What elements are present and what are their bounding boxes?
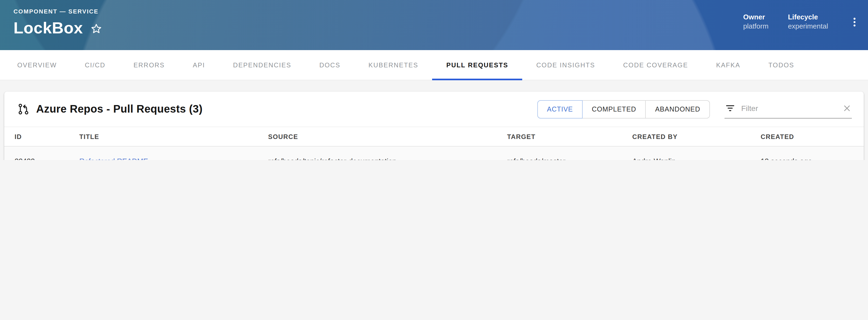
column-header-created-by: CREATED BY <box>632 133 761 140</box>
cell-title: Refactored README <box>79 157 268 160</box>
table-row: 22422Refactored READMErefs/heads/topic/r… <box>4 146 864 160</box>
pull-request-link[interactable]: Refactored README <box>79 157 148 160</box>
tab-docs[interactable]: DOCS <box>305 50 354 80</box>
tab-errors[interactable]: ERRORS <box>120 50 179 80</box>
column-header-title: TITLE <box>79 133 268 140</box>
tab-overview[interactable]: OVERVIEW <box>3 50 71 80</box>
cell-source: refs/heads/topic/refactor-documentation <box>268 157 507 160</box>
cell-target: refs/heads/master <box>507 157 632 160</box>
meta-owner: Ownerplatform <box>743 13 769 31</box>
table-header: IDTITLESOURCETARGETCREATED BYCREATED <box>4 127 864 146</box>
content-area: Azure Repos - Pull Requests (3) ACTIVECO… <box>0 80 868 160</box>
filter-field <box>724 100 852 118</box>
cell-created: 13 seconds ago <box>761 157 864 160</box>
column-header-target: TARGET <box>507 133 632 140</box>
tab-code-coverage[interactable]: CODE COVERAGE <box>609 50 702 80</box>
tab-dependencies[interactable]: DEPENDENCIES <box>219 50 305 80</box>
filter-active-button[interactable]: ACTIVE <box>537 100 583 118</box>
page-title: LockBox <box>13 20 83 36</box>
cell-created-by: Andre Wanlin <box>632 157 761 160</box>
close-icon <box>843 105 851 112</box>
tab-todos[interactable]: TODOS <box>754 50 808 80</box>
meta-lifecycle: Lifecycleexperimental <box>788 13 828 31</box>
column-header-created: CREATED <box>761 133 864 140</box>
card-title: Azure Repos - Pull Requests (3) <box>36 103 203 115</box>
header-menu-button[interactable] <box>847 15 862 29</box>
tab-bar: OVERVIEWCI/CDERRORSAPIDEPENDENCIESDOCSKU… <box>0 50 868 80</box>
filter-completed-button[interactable]: COMPLETED <box>582 100 646 118</box>
column-header-source: SOURCE <box>268 133 507 140</box>
star-outline-icon <box>91 23 102 34</box>
kebab-menu-icon <box>850 16 859 28</box>
filter-input[interactable] <box>740 103 843 113</box>
tab-kubernetes[interactable]: KUBERNETES <box>354 50 432 80</box>
header-meta: OwnerplatformLifecycleexperimental <box>743 13 847 31</box>
status-filter-group: ACTIVECOMPLETEDABANDONED <box>537 100 710 118</box>
pull-requests-card: Azure Repos - Pull Requests (3) ACTIVECO… <box>4 92 864 160</box>
tab-ci-cd[interactable]: CI/CD <box>71 50 120 80</box>
column-header-id: ID <box>14 133 79 140</box>
breadcrumb: COMPONENT — SERVICE <box>13 8 861 14</box>
tab-code-insights[interactable]: CODE INSIGHTS <box>522 50 609 80</box>
tab-kafka[interactable]: KAFKA <box>702 50 754 80</box>
page: COMPONENT — SERVICE LockBox Ownerplatfor… <box>0 0 868 160</box>
filter-list-icon <box>725 105 735 111</box>
entity-header: COMPONENT — SERVICE LockBox Ownerplatfor… <box>0 0 868 50</box>
clear-filter-button[interactable] <box>843 105 851 112</box>
cell-id: 22422 <box>14 157 79 160</box>
filter-abandoned-button[interactable]: ABANDONED <box>646 100 710 118</box>
git-pull-request-icon <box>17 103 30 115</box>
tab-api[interactable]: API <box>179 50 219 80</box>
table-body: 22422Refactored READMErefs/heads/topic/r… <box>4 146 864 160</box>
favorite-button[interactable] <box>91 23 102 34</box>
tab-pull-requests[interactable]: PULL REQUESTS <box>432 50 523 80</box>
